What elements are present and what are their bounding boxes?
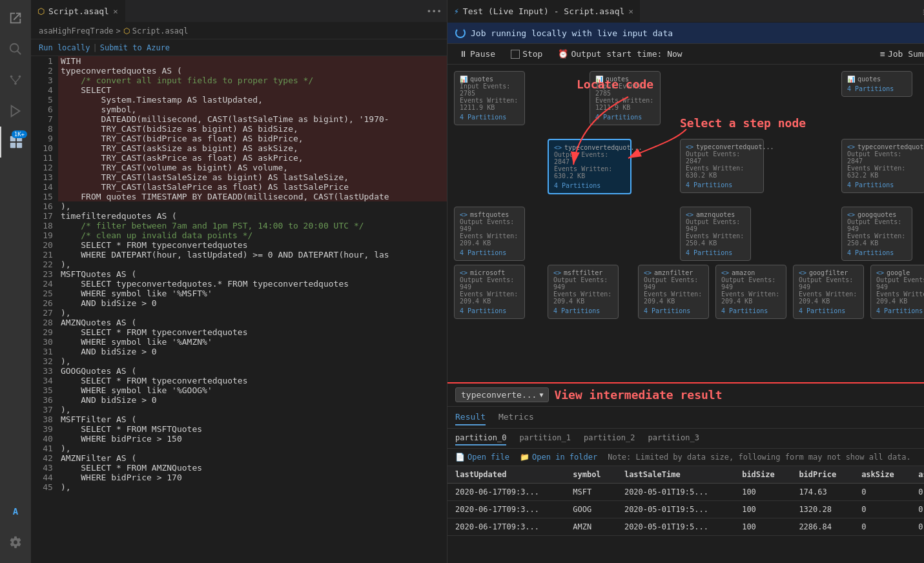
line-code-15: FROM quotes TIMESTAMP BY DATEADD(millise… [58,192,447,201]
quotes-node-2[interactable]: 📊 quotes Input Events: 2785Events Writte… [590,71,661,125]
line-number-27: 27 [31,308,58,318]
activity-bar-bottom: A [0,496,31,558]
partition-3-tab[interactable]: partition_3 [648,431,699,445]
amznfilter-node[interactable]: <> amznfilter Output Events: 949Events W… [638,265,709,319]
result-tab[interactable]: Result [455,409,486,425]
googfilter-node[interactable]: <> googfilter Output Events: 949Events W… [793,265,864,319]
open-folder-button[interactable]: 📁 Open in folder [520,453,597,462]
code-line-4: 4 SELECT [31,85,447,95]
microsoft-partitions: 4 Partitions [460,307,519,314]
msftfilter-node[interactable]: <> msftfilter Output Events: 949Events W… [548,265,619,319]
breadcrumb-root[interactable]: asaHighFreqTrade [39,26,114,36]
quotes-node-3[interactable]: 📊 quotes 4 Partitions [841,71,912,97]
breadcrumb-sep1: > [116,26,121,36]
typeconverted-node-2[interactable]: <> typeconvertedquot... Output Events: 2… [680,139,764,193]
test-live-tab[interactable]: ⚡ Test (Live Input) - Script.asaql × [447,0,640,23]
microsoft-node[interactable]: <> microsoft Output Events: 949Events Wr… [454,265,525,319]
quotes-node-2-partitions: 4 Partitions [595,114,655,121]
step-selector[interactable]: typeconverte... ▼ [455,387,549,402]
cell-askSize: 0 [854,484,910,501]
open-file-button[interactable]: 📄 Open file [455,453,509,462]
quotes-node-1-title: 📊 quotes [460,76,519,83]
activity-bar-search[interactable] [0,34,31,65]
right-tab-more[interactable]: ⬚••• [918,6,924,16]
partition-0-tab[interactable]: partition_0 [455,431,506,445]
amznquotes-stats: Output Events: 949Events Written: 250.4 … [686,218,745,247]
line-number-9: 9 [31,134,58,143]
line-code-1: WITH [58,56,447,66]
cell-lastSaleTime: 2020-05-01T19:5... [617,518,734,536]
job-summary-icon: ≡ [880,49,885,59]
submit-azure-link[interactable]: Submit to Azure [100,43,170,52]
metrics-tab[interactable]: Metrics [498,409,534,425]
microsoft-title: <> microsoft [460,269,519,276]
script-tab-close[interactable]: × [113,6,118,16]
msftfilter-title: <> msftfilter [553,269,613,276]
amznquotes-node[interactable]: <> amznquotes Output Events: 949Events W… [680,207,751,261]
code-line-25: 25 WHERE symbol like '%MSFT%' [31,289,447,298]
code-line-1: 1WITH [31,56,447,66]
code-line-43: 43 SELECT * FROM AMZNQuotes [31,463,447,473]
activity-bar-settings[interactable] [0,527,31,558]
typeconverted-node-3[interactable]: <> typeconvertedquot... Output Events: 2… [841,139,924,193]
code-editor[interactable]: 1WITH2typeconvertedquotes AS (3 /* conve… [31,56,447,563]
google-node[interactable]: <> google Output Events: 949Events Writt… [870,265,924,319]
code-line-9: 9 TRY_CAST(bidPrice as float) AS bidPric… [31,134,447,143]
line-number-39: 39 [31,424,58,434]
job-summary-button[interactable]: ≡ Job Summary [880,49,924,59]
diagram-scroll[interactable]: Locate code Select a step node [447,65,924,382]
activity-bar-account[interactable]: A [0,496,31,527]
svg-point-3 [19,76,21,78]
step-selector-label: typeconverte... [461,390,537,400]
partition-1-tab[interactable]: partition_1 [519,431,570,445]
typeconverted-node-selected[interactable]: <> typeconvertedquot... Output Events: 2… [548,139,631,194]
quotes-node-1[interactable]: 📊 quotes Input Events: 2785Events Writte… [454,71,525,125]
activity-bar-extensions[interactable]: 1K+ [0,127,31,158]
result-table[interactable]: lastUpdated symbol lastSaleTime bidSize … [447,466,924,563]
cell-bidSize: 100 [734,484,791,501]
script-tab[interactable]: ⬡ Script.asaql × [31,0,125,23]
line-code-12: TRY_CAST(volume as bigint) AS volume, [58,163,447,172]
typeconverted-3-title: <> typeconvertedquot... [847,143,919,150]
typeconverted-2-stats: Output Events: 2847Events Written: 630.2… [686,150,758,179]
code-line-6: 6 symbol, [31,105,447,114]
code-line-40: 40 WHERE bidPrice > 150 [31,434,447,444]
googquotes-node[interactable]: <> googquotes Output Events: 949Events W… [841,207,912,261]
table-row[interactable]: 2020-06-17T09:3...GOOG2020-05-01T19:5...… [447,501,924,518]
msftquotes-node[interactable]: <> msftquotes Output Events: 949Events W… [454,207,525,261]
line-code-38: MSFTFilter AS ( [58,415,447,424]
activity-bar-explorer[interactable] [0,3,31,34]
cell-symbol: GOOG [565,501,617,518]
amznquotes-partitions: 4 Partitions [686,249,745,256]
pause-button[interactable]: ⏸ Pause [455,48,499,60]
msftquotes-title: <> msftquotes [460,211,519,218]
line-number-2: 2 [31,66,58,76]
diagram-area[interactable]: Locate code Select a step node [447,65,924,382]
run-locally-link[interactable]: Run locally [39,43,90,52]
line-number-14: 14 [31,182,58,192]
table-row[interactable]: 2020-06-17T09:3...AMZN2020-05-01T19:5...… [447,518,924,536]
googquotes-partitions: 4 Partitions [847,249,907,256]
partition-2-tab[interactable]: partition_2 [584,431,635,445]
breadcrumb-file[interactable]: Script.asaql [132,26,189,36]
activity-bar-run[interactable] [0,96,31,127]
amazon-node[interactable]: <> amazon Output Events: 949Events Writt… [715,265,786,319]
activity-bar-scm[interactable] [0,65,31,96]
line-code-26: AND bidSize > 0 [58,298,447,308]
editor-more-menu[interactable]: ••• [422,6,447,16]
code-line-39: 39 SELECT * FROM MSFTQuotes [31,424,447,434]
stop-button[interactable]: Stop [507,48,546,60]
line-code-42: AMZNFilter AS ( [58,453,447,463]
svg-rect-11 [17,143,22,148]
output-time-button[interactable]: ⏰ Output start time: Now [554,48,686,60]
code-line-36: 36 AND bidSize > 0 [31,395,447,405]
cell-bidPrice: 174.63 [791,484,854,501]
line-code-13: TRY_CAST(lastSaleSize as bigint) AS last… [58,172,447,182]
typeconverted-selected-stats: Output Events: 2847Events Written: 630.2… [554,151,625,179]
line-code-11: TRY_CAST(askPrice as float) AS askPrice, [58,153,447,163]
line-code-43: SELECT * FROM AMZNQuotes [58,463,447,473]
editor-actions: Run locally | Submit to Azure [31,39,447,56]
table-row[interactable]: 2020-06-17T09:3...MSFT2020-05-01T19:5...… [447,484,924,501]
line-number-12: 12 [31,163,58,172]
test-tab-close[interactable]: × [628,6,633,16]
